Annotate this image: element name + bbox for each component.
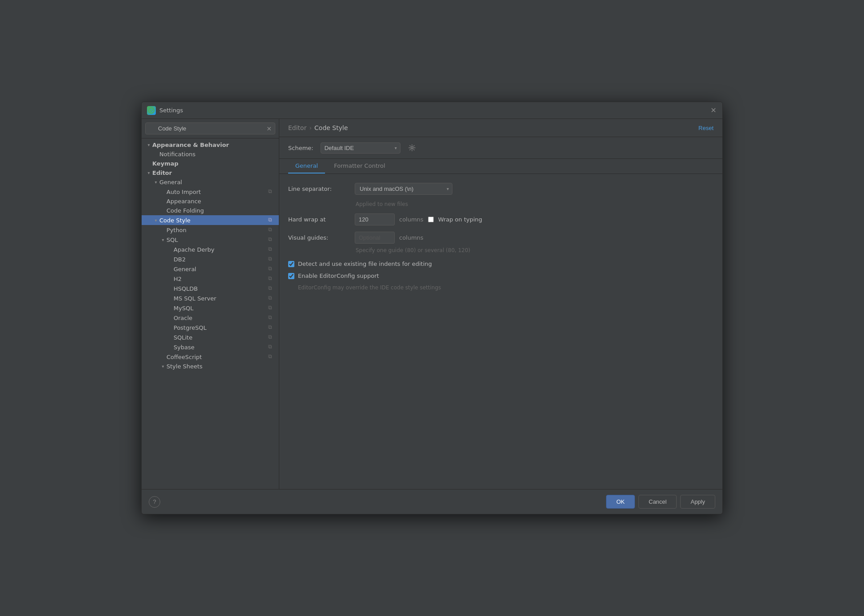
- scheme-label: Scheme:: [288, 145, 313, 151]
- sidebar-item-coffeescript[interactable]: CoffeeScript ⧉: [142, 352, 279, 362]
- sidebar-item-appearance-behavior[interactable]: ▾ Appearance & Behavior: [142, 140, 279, 150]
- sidebar-item-python[interactable]: Python ⧉: [142, 225, 279, 235]
- sidebar-item-label: Code Style: [159, 217, 266, 224]
- sidebar-item-label: General: [159, 179, 275, 186]
- arrow-icon: ▾: [145, 142, 152, 147]
- sidebar-item-editor[interactable]: ▾ Editor: [142, 168, 279, 178]
- sidebar-item-label: PostgreSQL: [174, 324, 266, 331]
- sidebar-item-style-sheets[interactable]: ▾ Style Sheets: [142, 362, 279, 371]
- breadcrumb: Editor › Code Style: [288, 124, 348, 131]
- wrap-on-typing-checkbox[interactable]: [428, 217, 434, 222]
- bottom-bar: ? OK Cancel Apply: [142, 489, 722, 514]
- copy-icon: ⧉: [266, 188, 273, 195]
- gear-button[interactable]: [406, 142, 418, 154]
- sidebar-item-label: Appearance: [166, 198, 275, 205]
- apply-button[interactable]: Apply: [680, 495, 715, 509]
- sidebar-item-general[interactable]: ▾ General: [142, 178, 279, 187]
- copy-icon: ⧉: [266, 217, 273, 224]
- sidebar-item-label: General: [174, 266, 266, 272]
- panel-header: Editor › Code Style Reset: [279, 119, 722, 137]
- sidebar-item-label: MS SQL Server: [174, 295, 266, 302]
- sidebar-item-oracle[interactable]: Oracle ⧉: [142, 313, 279, 323]
- sidebar-item-mssql[interactable]: MS SQL Server ⧉: [142, 293, 279, 303]
- copy-icon: ⧉: [266, 236, 273, 243]
- arrow-icon: ▾: [152, 180, 159, 185]
- copy-icon: ⧉: [266, 246, 273, 253]
- sidebar-item-appearance[interactable]: Appearance: [142, 197, 279, 206]
- panel-body: Line separator: Unix and macOS (\n) Wind…: [279, 174, 722, 489]
- ok-button[interactable]: OK: [606, 495, 635, 509]
- sidebar-item-code-style[interactable]: ▾ Code Style ⧉: [142, 215, 279, 225]
- sidebar-item-sybase[interactable]: Sybase ⧉: [142, 342, 279, 352]
- copy-icon: ⧉: [266, 275, 273, 282]
- sidebar-item-sqlite[interactable]: SQLite ⧉: [142, 332, 279, 342]
- hard-wrap-row: Hard wrap at columns Wrap on typing: [288, 213, 713, 225]
- copy-icon: ⧉: [266, 226, 273, 233]
- visual-guides-label: Visual guides:: [288, 234, 350, 241]
- sidebar-item-label: Style Sheets: [166, 363, 275, 370]
- sidebar-item-label: HSQLDB: [174, 285, 266, 292]
- sidebar-item-label: Notifications: [159, 151, 275, 158]
- close-button[interactable]: ✕: [710, 107, 717, 114]
- scheme-toolbar: Scheme: Default IDE Project ▾: [279, 137, 722, 159]
- svg-point-0: [149, 108, 154, 113]
- copy-icon: ⧉: [266, 324, 273, 331]
- sidebar-item-label: Editor: [152, 170, 275, 176]
- copy-icon: ⧉: [266, 295, 273, 302]
- editor-config-hint: EditorConfig may override the IDE code s…: [298, 284, 713, 291]
- help-button[interactable]: ?: [149, 496, 160, 508]
- sidebar-item-auto-import[interactable]: Auto Import ⧉: [142, 187, 279, 197]
- hard-wrap-columns-label: columns: [399, 216, 424, 223]
- sidebar-item-sql[interactable]: ▾ SQL ⧉: [142, 235, 279, 245]
- hard-wrap-input[interactable]: [355, 213, 395, 225]
- copy-icon: ⧉: [266, 304, 273, 312]
- sidebar-tree: ▾ Appearance & Behavior Notifications Ke…: [142, 138, 279, 489]
- tabs-bar: General Formatter Control: [279, 159, 722, 174]
- main-content: 🔍 ✕ ▾ Appearance & Behavior Notification…: [142, 119, 722, 489]
- detect-indent-label: Detect and use existing file indents for…: [298, 261, 432, 267]
- title-bar: Settings ✕: [142, 102, 722, 119]
- dialog-title: Settings: [159, 107, 710, 114]
- sidebar-item-h2[interactable]: H2 ⧉: [142, 274, 279, 284]
- sidebar-item-label: H2: [174, 276, 266, 282]
- visual-guides-input[interactable]: [355, 232, 395, 244]
- sidebar-item-label: Code Folding: [166, 207, 275, 214]
- sidebar-item-label: Appearance & Behavior: [152, 142, 275, 148]
- copy-icon: ⧉: [266, 314, 273, 321]
- arrow-icon: ▾: [159, 364, 166, 369]
- sidebar-item-postgresql[interactable]: PostgreSQL ⧉: [142, 323, 279, 332]
- breadcrumb-parent: Editor: [288, 124, 306, 131]
- sidebar-item-general-sql[interactable]: General ⧉: [142, 264, 279, 274]
- sidebar-item-label: Apache Derby: [174, 246, 266, 253]
- line-separator-select[interactable]: Unix and macOS (\n) Windows (\r\n) Class…: [355, 183, 452, 195]
- sidebar-item-mysql[interactable]: MySQL ⧉: [142, 303, 279, 313]
- sidebar-item-notifications[interactable]: Notifications: [142, 150, 279, 159]
- arrow-icon: ▾: [145, 170, 152, 175]
- tab-general[interactable]: General: [288, 159, 325, 174]
- sidebar-item-db2[interactable]: DB2 ⧉: [142, 254, 279, 264]
- reset-button[interactable]: Reset: [698, 125, 713, 131]
- sidebar-item-keymap[interactable]: Keymap: [142, 159, 279, 168]
- tab-formatter-control[interactable]: Formatter Control: [327, 159, 392, 174]
- arrow-icon: ▾: [159, 237, 166, 242]
- visual-guides-hint: Specify one guide (80) or several (80, 1…: [288, 247, 713, 253]
- detect-indent-row: Detect and use existing file indents for…: [288, 261, 713, 267]
- detect-indent-checkbox[interactable]: [288, 261, 294, 267]
- cancel-button[interactable]: Cancel: [638, 495, 677, 509]
- editor-config-checkbox[interactable]: [288, 273, 294, 279]
- sidebar-item-apache-derby[interactable]: Apache Derby ⧉: [142, 245, 279, 254]
- search-container: 🔍 ✕: [145, 122, 275, 134]
- sidebar-item-label: Keymap: [152, 160, 275, 167]
- sidebar-item-hsqldb[interactable]: HSQLDB ⧉: [142, 284, 279, 293]
- copy-icon: ⧉: [266, 256, 273, 263]
- search-input[interactable]: [145, 122, 275, 134]
- copy-icon: ⧉: [266, 285, 273, 292]
- visual-guides-columns-label: columns: [399, 234, 424, 241]
- editor-config-label: Enable EditorConfig support: [298, 272, 379, 279]
- sidebar-item-label: SQLite: [174, 334, 266, 341]
- sidebar-item-code-folding[interactable]: Code Folding: [142, 206, 279, 215]
- line-separator-row: Line separator: Unix and macOS (\n) Wind…: [288, 183, 713, 195]
- search-clear-button[interactable]: ✕: [266, 125, 272, 132]
- scheme-select[interactable]: Default IDE Project: [321, 142, 400, 154]
- wrap-on-typing-label: Wrap on typing: [438, 216, 482, 223]
